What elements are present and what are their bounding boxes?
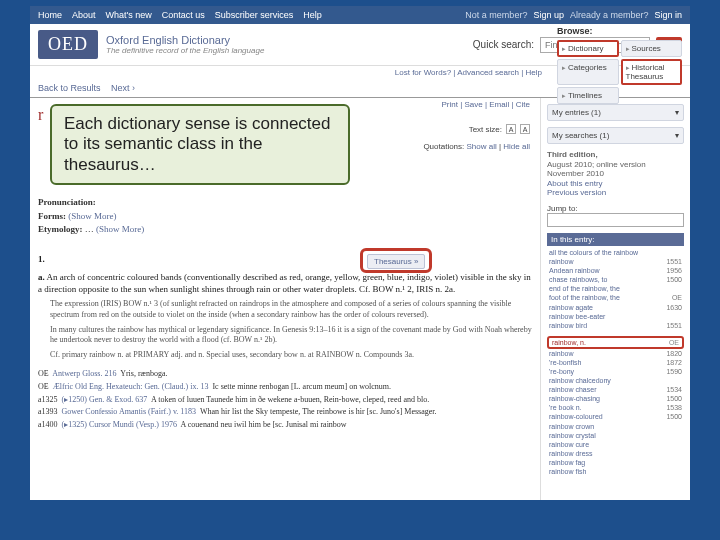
sense-note-2: In many cultures the rainbow has mythica… bbox=[50, 325, 532, 347]
edition-info: Third edition, August 2010; online versi… bbox=[547, 150, 684, 198]
top-bar: Home About What's new Contact us Subscri… bbox=[30, 6, 690, 24]
nav-about[interactable]: About bbox=[72, 10, 96, 20]
thesaurus-button[interactable]: Thesaurus » bbox=[367, 254, 425, 269]
wordlist-item[interactable]: rainbow1820 bbox=[547, 349, 684, 358]
wordlist-item[interactable]: rainbow crown bbox=[547, 422, 684, 431]
entry-tools[interactable]: Print | Save | Email | Cite bbox=[442, 100, 530, 109]
browse-categories[interactable]: ▸Categories bbox=[557, 59, 619, 85]
jump-input[interactable] bbox=[547, 213, 684, 227]
sense-note-1: The expression (IRIS) BOW n.¹ 3 (of sunl… bbox=[50, 299, 532, 321]
inthis-item[interactable]: end of the rainbow, the bbox=[547, 284, 684, 293]
inthis-item[interactable]: Andean rainbow1956 bbox=[547, 266, 684, 275]
wordlist-item[interactable]: rainbow cure bbox=[547, 440, 684, 449]
back-to-results-link[interactable]: Back to Results bbox=[38, 83, 101, 93]
inthis-item[interactable]: all the colours of the rainbow bbox=[547, 248, 684, 257]
entry-main: Print | Save | Email | Cite Text size: A… bbox=[30, 98, 540, 500]
wordlist-item[interactable]: rainbow crystal bbox=[547, 431, 684, 440]
wordlist-item[interactable]: rainbow fish bbox=[547, 467, 684, 476]
wordlist-item[interactable]: 're book n.1538 bbox=[547, 403, 684, 412]
browse-dictionary[interactable]: ▸Dictionary bbox=[557, 40, 619, 57]
browse-sources[interactable]: ▸Sources bbox=[621, 40, 683, 57]
text-size-large[interactable]: A bbox=[520, 124, 530, 134]
inthis-item[interactable]: rainbow bee-eater bbox=[547, 312, 684, 321]
inthis-item[interactable]: foot of the rainbow, theOE bbox=[547, 293, 684, 302]
quotations-block: OE Antwerp Gloss. 216 Yris, rænboga. OE … bbox=[38, 369, 532, 431]
top-nav: Home About What's new Contact us Subscri… bbox=[38, 10, 322, 20]
browse-thesaurus[interactable]: ▸Historical Thesaurus bbox=[621, 59, 683, 85]
inthis-item[interactable]: chase rainbows, to1500 bbox=[547, 275, 684, 284]
browse-timelines[interactable]: ▸Timelines bbox=[557, 87, 619, 104]
annotation-callout: Each dictionary sense is connected to it… bbox=[50, 104, 350, 185]
quotations-hide-all[interactable]: Hide all bbox=[503, 142, 530, 151]
sidebar: My entries (1)▾ My searches (1)▾ Third e… bbox=[540, 98, 690, 500]
nav-whatsnew[interactable]: What's new bbox=[106, 10, 152, 20]
wordlist-item[interactable]: rainbow-coloured1500 bbox=[547, 412, 684, 421]
logo-tagline: The definitive record of the English lan… bbox=[106, 46, 264, 55]
inthis-item[interactable]: rainbow agate1630 bbox=[547, 303, 684, 312]
my-searches-button[interactable]: My searches (1)▾ bbox=[547, 127, 684, 144]
search-label: Quick search: bbox=[473, 39, 534, 50]
nav-contact[interactable]: Contact us bbox=[162, 10, 205, 20]
sense-definition: An arch of concentric coloured bands (co… bbox=[38, 272, 531, 294]
inthis-item[interactable]: rainbow bird1551 bbox=[547, 321, 684, 330]
search-sublinks[interactable]: Lost for Words? | Advanced search | Help bbox=[30, 66, 550, 79]
browse-panel: Browse: ▸Dictionary ▸Sources ▸Categories… bbox=[557, 26, 682, 104]
wordlist-item[interactable]: rainbow chaser1534 bbox=[547, 385, 684, 394]
quotations-show-all[interactable]: Show all bbox=[467, 142, 497, 151]
jump-label: Jump to: bbox=[547, 204, 684, 213]
previous-version-link[interactable]: Previous version bbox=[547, 188, 606, 197]
text-size-tools: Text size: A A bbox=[469, 124, 530, 134]
text-size-small[interactable]: A bbox=[506, 124, 516, 134]
quotation-tools: Quotations: Show all | Hide all bbox=[423, 142, 530, 151]
signin-prompt: Already a member? bbox=[570, 10, 649, 20]
header: OED Oxford English Dictionary The defini… bbox=[30, 24, 690, 66]
signup-prompt: Not a member? bbox=[465, 10, 527, 20]
sense-number: 1. bbox=[38, 253, 532, 265]
nav-help[interactable]: Help bbox=[303, 10, 322, 20]
wordlist-item[interactable]: rainbow dress bbox=[547, 449, 684, 458]
etym-show-more[interactable]: (Show More) bbox=[96, 224, 144, 234]
nav-home[interactable]: Home bbox=[38, 10, 62, 20]
signup-link[interactable]: Sign up bbox=[533, 10, 564, 20]
forms-show-more[interactable]: (Show More) bbox=[68, 211, 116, 221]
browse-title: Browse: bbox=[557, 26, 682, 36]
inthis-item[interactable]: rainbow1551 bbox=[547, 257, 684, 266]
wordlist-item[interactable]: rainbow fag bbox=[547, 458, 684, 467]
thesaurus-link-highlight: Thesaurus » bbox=[360, 248, 432, 273]
sense-note-3: Cf. primary rainbow n. at PRIMARY adj. a… bbox=[50, 350, 532, 361]
wordlist-item[interactable]: rainbow chalcedony bbox=[547, 376, 684, 385]
wordlist-item[interactable]: 're-bony1590 bbox=[547, 367, 684, 376]
signin-link[interactable]: Sign in bbox=[654, 10, 682, 20]
wordlist-item[interactable]: 're-bonfish1872 bbox=[547, 358, 684, 367]
logo-badge: OED bbox=[38, 30, 98, 59]
logo-title: Oxford English Dictionary bbox=[106, 34, 264, 46]
next-result-link[interactable]: Next › bbox=[111, 83, 135, 93]
about-entry-link[interactable]: About this entry bbox=[547, 179, 603, 188]
wordlist-item[interactable]: rainbow-chasing1500 bbox=[547, 394, 684, 403]
nav-subscriber[interactable]: Subscriber services bbox=[215, 10, 294, 20]
my-entries-button[interactable]: My entries (1)▾ bbox=[547, 104, 684, 121]
headword-box[interactable]: rainbow, n.OE bbox=[547, 336, 684, 349]
in-this-entry-header: In this entry: bbox=[547, 233, 684, 246]
